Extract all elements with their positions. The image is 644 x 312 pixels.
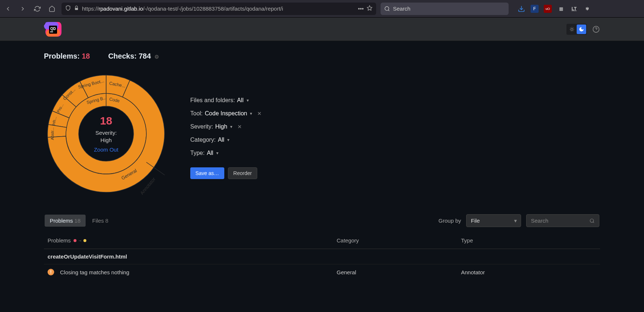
problem-type: Annotator bbox=[461, 269, 596, 275]
home-button[interactable] bbox=[47, 4, 57, 14]
chevron-down-icon: ▾ bbox=[247, 98, 249, 103]
reorder-button[interactable]: Reorder bbox=[228, 167, 258, 179]
problems-count: 18 bbox=[82, 52, 90, 60]
back-button[interactable] bbox=[3, 4, 13, 14]
filters-panel: Files and folders: All ▾ Tool: Code Insp… bbox=[190, 71, 262, 179]
table-header: Problems → Category Type bbox=[44, 232, 600, 249]
search-placeholder: Search bbox=[531, 218, 548, 224]
url-bar[interactable]: https://rpadovani.gitlab.io/-/qodana-tes… bbox=[61, 3, 376, 15]
svg-rect-5 bbox=[50, 31, 53, 32]
sunburst-chart[interactable]: Cache... Spring Boot... Spring B... Code… bbox=[44, 71, 168, 196]
stats-row: Problems: 18 Checks: 784 ⚙ bbox=[44, 52, 600, 60]
gear-icon[interactable]: ⚙ bbox=[154, 54, 159, 60]
svg-text:QD: QD bbox=[50, 27, 56, 31]
zoom-out-link[interactable]: Zoom Out bbox=[94, 146, 119, 153]
problem-text: Closing tag matches nothing bbox=[60, 269, 337, 275]
table-file-row[interactable]: createOrUpdateVisitForm.html bbox=[44, 249, 600, 264]
reload-button[interactable] bbox=[32, 4, 42, 14]
tab-files[interactable]: Files8 bbox=[87, 215, 113, 227]
sort-indicator[interactable]: → bbox=[74, 238, 86, 243]
shield-icon bbox=[65, 5, 71, 12]
filter-type[interactable]: Type: All ▾ bbox=[190, 150, 262, 156]
lock-icon bbox=[74, 5, 79, 12]
bookmark-icon[interactable] bbox=[367, 5, 372, 12]
ellipsis-icon[interactable]: ••• bbox=[358, 5, 364, 12]
qodana-logo[interactable]: QD bbox=[44, 22, 61, 37]
problems-stat: Problems: 18 bbox=[44, 52, 90, 60]
forward-button[interactable] bbox=[18, 4, 28, 14]
problems-label: Problems: bbox=[44, 52, 80, 60]
svg-point-6 bbox=[571, 28, 573, 30]
checks-label: Checks: bbox=[108, 52, 137, 60]
chevron-down-icon: ▾ bbox=[230, 124, 232, 129]
svg-text:Abstr...: Abstr... bbox=[50, 127, 55, 140]
help-button[interactable] bbox=[592, 25, 600, 33]
tab-problems[interactable]: Problems18 bbox=[45, 215, 86, 227]
app-header: QD bbox=[0, 18, 644, 41]
ext-icon-ublock[interactable]: uO bbox=[544, 5, 552, 13]
search-icon bbox=[589, 218, 595, 223]
table-search[interactable]: Search bbox=[526, 214, 599, 227]
center-severity: Severity: High bbox=[94, 129, 119, 144]
table-toolbar: Problems18 Files8 Group by File Search bbox=[44, 214, 600, 227]
url-text: https://rpadovani.gitlab.io/-/qodana-tes… bbox=[82, 5, 355, 12]
filter-category[interactable]: Category: All ▾ bbox=[190, 137, 262, 143]
ext-icon-lt[interactable]: LT bbox=[570, 5, 578, 13]
checks-count: 784 bbox=[139, 52, 151, 60]
chevron-down-icon: ▾ bbox=[216, 151, 218, 156]
theme-light-button[interactable] bbox=[567, 25, 577, 34]
ext-icon-1[interactable]: F bbox=[531, 5, 539, 13]
search-icon bbox=[384, 6, 390, 12]
groupby-label: Group by bbox=[438, 218, 461, 224]
svg-point-2 bbox=[385, 7, 389, 11]
col-type-header[interactable]: Type bbox=[461, 237, 596, 244]
ext-icon-grid[interactable]: ▦ bbox=[557, 5, 565, 13]
col-category-header[interactable]: Category bbox=[337, 237, 461, 244]
center-count: 18 bbox=[94, 115, 119, 127]
svg-rect-0 bbox=[75, 8, 78, 10]
checks-stat: Checks: 784 ⚙ bbox=[108, 52, 159, 60]
problem-category: General bbox=[337, 269, 461, 275]
extension-icons: F uO ▦ LT ✾ bbox=[517, 5, 591, 13]
theme-switch bbox=[566, 24, 587, 35]
chevron-down-icon: ▾ bbox=[227, 137, 229, 142]
close-icon[interactable]: ✕ bbox=[237, 124, 242, 130]
browser-toolbar: https://rpadovani.gitlab.io/-/qodana-tes… bbox=[0, 0, 644, 18]
svg-marker-1 bbox=[367, 5, 372, 10]
search-placeholder: Search bbox=[393, 5, 411, 12]
col-problems-header[interactable]: Problems bbox=[48, 237, 71, 244]
filter-severity[interactable]: Severity: High ▾ ✕ bbox=[190, 123, 262, 130]
sunburst-center: 18 Severity: High Zoom Out bbox=[94, 115, 119, 153]
save-as-button[interactable]: Save as… bbox=[190, 167, 224, 179]
severity-warning-icon: ! bbox=[48, 269, 54, 275]
theme-dark-button[interactable] bbox=[577, 25, 586, 34]
chevron-down-icon: ▾ bbox=[250, 111, 252, 116]
groupby-select[interactable]: File bbox=[466, 214, 521, 227]
table-row[interactable]: ! Closing tag matches nothing General An… bbox=[44, 264, 600, 280]
close-icon[interactable]: ✕ bbox=[257, 111, 262, 116]
browser-search[interactable]: Search bbox=[381, 3, 509, 15]
ext-icon-bug[interactable]: ✾ bbox=[583, 5, 591, 13]
download-icon[interactable] bbox=[517, 5, 525, 13]
svg-point-19 bbox=[590, 219, 594, 222]
filter-files[interactable]: Files and folders: All ▾ bbox=[190, 97, 262, 104]
filter-tool[interactable]: Tool: Code Inspection ▾ ✕ bbox=[190, 110, 262, 117]
